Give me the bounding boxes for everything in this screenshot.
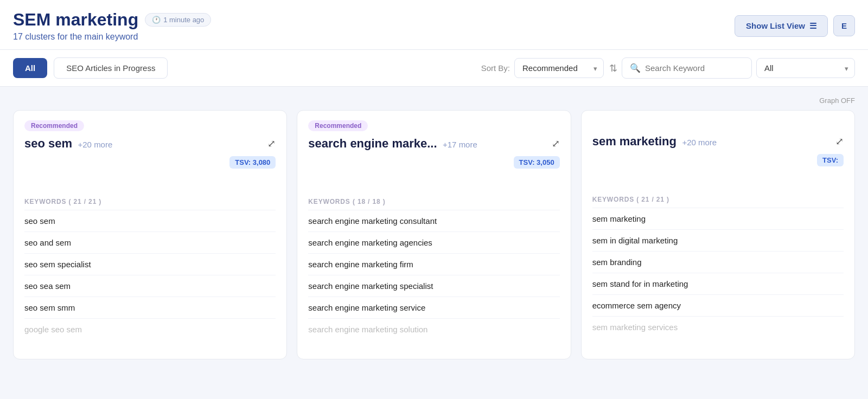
recommended-badge: Recommended [24, 120, 84, 131]
keyword-item: search engine marketing solution [308, 318, 559, 340]
tsv-badge: TSV: 3,050 [514, 156, 560, 169]
page-title-row: SEM marketing 🕐 1 minute ago [13, 10, 211, 30]
card-title: sem marketing +20 more [592, 134, 717, 149]
toolbar: All SEO Articles in Progress Sort By: Re… [0, 50, 868, 87]
card-title-row: search engine marke... +17 more ⤢ [308, 137, 559, 151]
sort-select-wrapper: Recommended Alphabetical TSV High to Low… [514, 58, 604, 78]
timestamp-text: 1 minute ago [163, 16, 204, 24]
card-main-title: seo sem [24, 137, 72, 150]
sort-by-label: Sort By: [481, 63, 510, 73]
card-main-title: search engine marke... [308, 137, 437, 150]
keyword-item: sem in digital marketing [592, 229, 844, 251]
card-title: seo sem +20 more [24, 137, 112, 151]
filter-select-wrapper: All Recommended Not Recommended [756, 58, 855, 78]
keyword-item: sem stand for in marketing [592, 273, 844, 294]
tab-articles-label: SEO Articles in Progress [66, 63, 155, 73]
graph-off-label: Graph OFF [13, 96, 855, 105]
sort-select[interactable]: Recommended Alphabetical TSV High to Low… [514, 58, 604, 78]
card-title-row: sem marketing +20 more ⤢ [592, 134, 844, 149]
header-actions: Show List View ☰ E [735, 15, 855, 37]
keyword-item: search engine marketing specialist [308, 275, 559, 297]
header-left: SEM marketing 🕐 1 minute ago 17 clusters… [13, 10, 211, 42]
keyword-item: sem branding [592, 251, 844, 273]
keyword-item: sem marketing services [592, 316, 844, 338]
cluster-card: Recommended search engine marke... +17 m… [297, 110, 571, 359]
keyword-item: seo sem [24, 210, 276, 231]
expand-icon[interactable]: ⤢ [552, 138, 560, 150]
card-more-count: +20 more [682, 138, 717, 147]
expand-icon[interactable]: ⤢ [835, 136, 844, 147]
tab-articles-in-progress[interactable]: SEO Articles in Progress [54, 57, 168, 79]
tab-all[interactable]: All [13, 58, 47, 78]
keyword-item: google seo sem [24, 318, 276, 340]
keywords-list: sem marketingsem in digital marketingsem… [592, 208, 844, 338]
content-area: Graph OFF Recommended seo sem +20 more ⤢… [0, 87, 868, 399]
keyword-item: seo and sem [24, 231, 276, 253]
expand-icon[interactable]: ⤢ [267, 138, 276, 150]
keyword-item: ecommerce sem agency [592, 294, 844, 316]
filter-select[interactable]: All Recommended Not Recommended [756, 58, 855, 78]
export-label: E [841, 21, 847, 30]
recommended-badge: Recommended [308, 120, 368, 131]
search-icon: 🔍 [630, 63, 641, 73]
keywords-list: search engine marketing consultantsearch… [308, 210, 559, 340]
keyword-item: seo sea sem [24, 275, 276, 297]
cluster-card: sem marketing +20 more ⤢ TSV: KEYWORDS (… [581, 110, 855, 359]
page-title: SEM marketing [13, 10, 138, 30]
page-header: SEM marketing 🕐 1 minute ago 17 clusters… [0, 0, 868, 50]
tsv-badge: TSV: 3,080 [229, 156, 276, 169]
show-list-view-button[interactable]: Show List View ☰ [735, 15, 828, 37]
search-box: 🔍 [622, 57, 752, 79]
sort-group: Sort By: Recommended Alphabetical TSV Hi… [481, 57, 855, 79]
search-input[interactable] [645, 63, 743, 73]
keyword-item: search engine marketing consultant [308, 210, 559, 231]
sort-order-icon[interactable]: ⇅ [609, 62, 617, 74]
card-more-count: +20 more [78, 140, 113, 149]
keyword-item: seo sem smm [24, 297, 276, 318]
list-icon: ☰ [809, 21, 816, 31]
keywords-header: KEYWORDS ( 18 / 18 ) [308, 198, 559, 205]
keyword-item: sem marketing [592, 208, 844, 229]
card-main-title: sem marketing [592, 134, 676, 148]
keyword-item: seo sem specialist [24, 253, 276, 275]
cluster-count: 17 clusters for the main keyword [13, 32, 211, 42]
tab-all-label: All [25, 63, 35, 73]
card-title: search engine marke... +17 more [308, 137, 477, 151]
keyword-item: search engine marketing firm [308, 253, 559, 275]
card-more-count: +17 more [443, 140, 477, 149]
keywords-list: seo semseo and semseo sem specialistseo … [24, 210, 276, 340]
cluster-card: Recommended seo sem +20 more ⤢ TSV: 3,08… [13, 110, 287, 359]
show-list-view-label: Show List View [746, 21, 805, 30]
timestamp-badge: 🕐 1 minute ago [145, 13, 211, 27]
cards-grid: Recommended seo sem +20 more ⤢ TSV: 3,08… [13, 110, 855, 359]
keywords-header: KEYWORDS ( 21 / 21 ) [24, 198, 276, 205]
keywords-header: KEYWORDS ( 21 / 21 ) [592, 196, 844, 203]
keyword-item: search engine marketing service [308, 297, 559, 318]
export-button[interactable]: E [833, 15, 855, 36]
keyword-item: search engine marketing agencies [308, 231, 559, 253]
clock-icon: 🕐 [152, 16, 161, 24]
tsv-badge: TSV: [817, 154, 844, 166]
card-title-row: seo sem +20 more ⤢ [24, 137, 276, 151]
